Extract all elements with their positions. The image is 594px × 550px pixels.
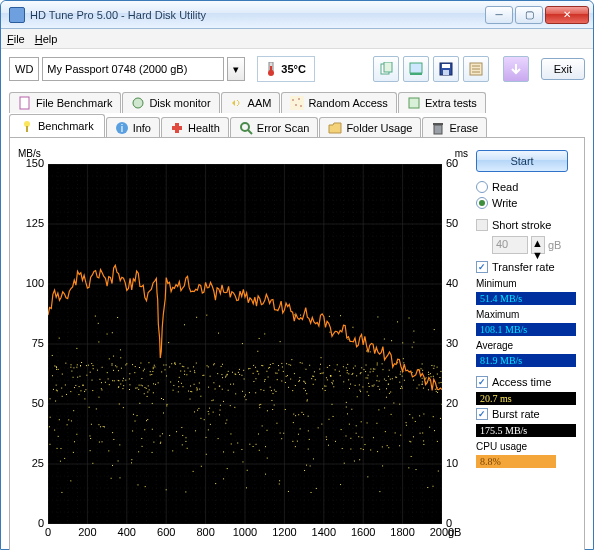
minimize-button[interactable]: ─ [485,6,513,24]
temperature-value: 35°C [281,63,306,75]
svg-rect-5 [410,63,422,73]
svg-text:50: 50 [32,397,44,409]
erase-icon [431,121,445,135]
settings-button[interactable] [463,56,489,82]
disk-monitor-icon [131,96,145,110]
svg-rect-16 [290,96,304,110]
svg-rect-30 [434,125,442,134]
tab-health[interactable]: Health [161,117,229,138]
svg-text:75: 75 [32,337,44,349]
svg-text:1000: 1000 [233,526,257,538]
svg-text:125: 125 [26,217,44,229]
svg-point-19 [295,104,297,106]
tab-disk-monitor[interactable]: Disk monitor [122,92,219,113]
menu-help[interactable]: Help [35,33,58,45]
burst-rate-check[interactable]: ✓Burst rate [476,407,576,421]
benchmark-panel: MB/s ms 02550751001251500102030405060020… [9,137,585,550]
svg-rect-27 [172,126,182,130]
transfer-rate-check[interactable]: ✓Transfer rate [476,260,576,274]
drive-selector[interactable]: WD My Passport 0748 (2000 gB) ▾ [9,57,245,81]
svg-line-29 [248,130,252,134]
svg-rect-2 [270,66,272,72]
random-access-icon [290,96,304,110]
refresh-button[interactable] [503,56,529,82]
benchmark-icon [20,119,34,133]
file-benchmark-icon [18,96,32,110]
folder-usage-icon [328,121,342,135]
minimum-label: Minimum [476,278,576,289]
tab-aam[interactable]: AAM [221,92,281,113]
svg-text:60: 60 [446,157,458,169]
svg-point-28 [241,123,249,131]
svg-text:25: 25 [32,457,44,469]
start-button[interactable]: Start [476,150,568,172]
thermometer-icon [266,62,276,76]
tab-benchmark[interactable]: Benchmark [9,114,105,137]
tab-row-1: File Benchmark Disk monitor AAM Random A… [1,91,593,112]
chart-area: MB/s ms 02550751001251500102030405060020… [18,146,468,550]
maximum-value: 108.1 MB/s [476,323,576,336]
svg-rect-31 [433,123,443,125]
svg-rect-23 [26,126,28,132]
menu-bar: File Help [1,29,593,49]
info-icon: i [115,121,129,135]
tab-file-benchmark[interactable]: File Benchmark [9,92,121,113]
svg-text:1400: 1400 [312,526,336,538]
tab-error-scan[interactable]: Error Scan [230,117,319,138]
svg-text:1200: 1200 [272,526,296,538]
svg-point-15 [133,98,143,108]
tab-folder-usage[interactable]: Folder Usage [319,117,421,138]
tab-random-access[interactable]: Random Access [281,92,396,113]
svg-rect-21 [409,98,419,108]
svg-text:0: 0 [45,526,51,538]
menu-file[interactable]: File [7,33,25,45]
maximize-button[interactable]: ▢ [515,6,543,24]
cpu-usage-label: CPU usage [476,441,576,452]
svg-text:10: 10 [446,457,458,469]
svg-text:200: 200 [78,526,96,538]
short-stroke-stepper[interactable]: ▲▼ [531,236,545,254]
maximum-label: Maximum [476,309,576,320]
svg-rect-8 [442,64,450,68]
average-value: 81.9 MB/s [476,354,576,367]
temperature-readout: 35°C [257,56,315,82]
tab-erase[interactable]: Erase [422,117,487,138]
svg-text:1600: 1600 [351,526,375,538]
health-icon [170,121,184,135]
write-radio[interactable]: Write [476,196,576,210]
drive-dropdown-button[interactable]: ▾ [227,57,245,81]
read-radio[interactable]: Read [476,180,576,194]
svg-text:40: 40 [446,277,458,289]
svg-text:100: 100 [26,277,44,289]
tab-extra-tests[interactable]: Extra tests [398,92,486,113]
title-bar: HD Tune Pro 5.00 - Hard Disk Utility ─ ▢… [1,1,593,29]
aam-icon [230,96,244,110]
axis-labels: 0255075100125150010203040506002004006008… [18,146,468,550]
svg-rect-6 [410,73,422,75]
copy-info-button[interactable] [373,56,399,82]
side-panel: Start Read Write Short stroke 40 ▲▼ gB ✓… [476,146,576,550]
svg-point-18 [298,98,300,100]
svg-text:i: i [120,122,122,134]
access-time-value: 20.7 ms [476,392,576,405]
svg-point-20 [300,105,302,107]
short-stroke-check[interactable]: Short stroke [476,218,576,232]
svg-text:400: 400 [118,526,136,538]
short-stroke-spinner: 40 ▲▼ gB [492,236,576,254]
svg-text:0: 0 [38,517,44,529]
svg-text:20: 20 [446,397,458,409]
burst-rate-value: 175.5 MB/s [476,424,576,437]
drive-vendor: WD [9,57,39,81]
svg-text:1800: 1800 [390,526,414,538]
extra-tests-icon [407,96,421,110]
access-time-check[interactable]: ✓Access time [476,375,576,389]
drive-name: My Passport 0748 (2000 gB) [42,57,224,81]
tab-info[interactable]: iInfo [106,117,160,138]
svg-text:600: 600 [157,526,175,538]
close-button[interactable]: ✕ [545,6,589,24]
cpu-usage-value: 8.8% [476,455,556,468]
save-button[interactable] [433,56,459,82]
svg-rect-14 [20,97,29,109]
exit-button[interactable]: Exit [541,58,585,80]
screenshot-button[interactable] [403,56,429,82]
